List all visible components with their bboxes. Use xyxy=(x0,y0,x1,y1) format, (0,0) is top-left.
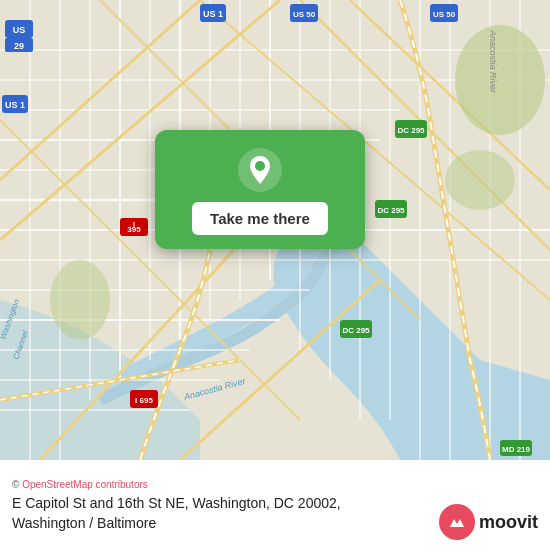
svg-text:I 695: I 695 xyxy=(135,396,153,405)
svg-text:MD 219: MD 219 xyxy=(502,445,531,454)
svg-text:DC 295: DC 295 xyxy=(377,206,405,215)
osm-text: © xyxy=(12,479,22,490)
svg-text:395: 395 xyxy=(127,225,141,234)
svg-text:29: 29 xyxy=(14,41,24,51)
app: US 29 US 1 US 50 US 50 US 1 I 395 DC 295 xyxy=(0,0,550,550)
location-line2: Washington / Baltimore xyxy=(12,515,156,531)
svg-text:US 1: US 1 xyxy=(5,100,25,110)
svg-text:DC 295: DC 295 xyxy=(397,126,425,135)
svg-point-41 xyxy=(50,260,110,340)
svg-text:Anacostia River: Anacostia River xyxy=(488,29,498,94)
moovit-icon xyxy=(439,504,475,540)
svg-text:US 50: US 50 xyxy=(293,10,316,19)
svg-point-74 xyxy=(255,161,265,171)
osm-link[interactable]: OpenStreetMap contributors xyxy=(22,479,148,490)
svg-text:US 1: US 1 xyxy=(203,9,223,19)
moovit-logo: moovit xyxy=(439,504,538,540)
moovit-text: moovit xyxy=(479,512,538,533)
svg-point-42 xyxy=(455,25,545,135)
svg-text:US 50: US 50 xyxy=(433,10,456,19)
svg-text:US: US xyxy=(13,25,26,35)
bottom-bar: © OpenStreetMap contributors E Capitol S… xyxy=(0,460,550,550)
osm-attribution: © OpenStreetMap contributors xyxy=(12,479,538,490)
location-pin-icon xyxy=(238,148,282,192)
popup-card: Take me there xyxy=(155,130,365,249)
svg-text:DC 295: DC 295 xyxy=(342,326,370,335)
location-line1: E Capitol St and 16th St NE, Washington,… xyxy=(12,495,341,511)
take-me-there-button[interactable]: Take me there xyxy=(192,202,328,235)
svg-point-43 xyxy=(445,150,515,210)
map-container: US 29 US 1 US 50 US 50 US 1 I 395 DC 295 xyxy=(0,0,550,460)
